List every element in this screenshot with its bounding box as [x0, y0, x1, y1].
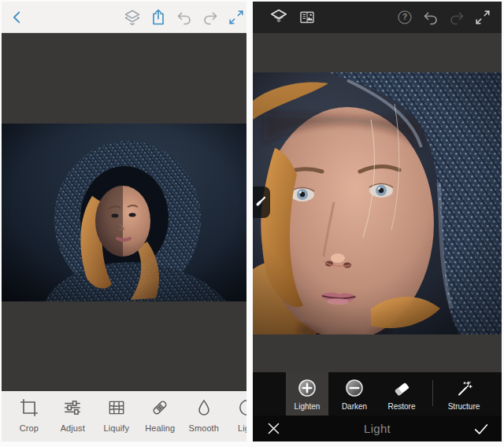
svg-text:?: ?	[402, 13, 407, 21]
share-button[interactable]	[149, 8, 168, 27]
layers-icon	[269, 7, 289, 28]
left-top-toolbar	[2, 2, 246, 33]
left-photo[interactable]	[2, 124, 246, 301]
fullscreen-button[interactable]	[227, 8, 246, 27]
tool-label: Smooth	[188, 423, 219, 433]
right-canvas[interactable]	[253, 33, 502, 372]
tool-label: Darken	[342, 402, 367, 411]
tool-label: Structure	[448, 402, 480, 411]
screenshot-collage: Crop Adjust Liquify Healing	[0, 0, 504, 447]
back-button[interactable]	[8, 8, 27, 27]
fullscreen-button[interactable]	[473, 8, 492, 27]
light-tool-tray: Lighten Darken Restore Structure	[253, 372, 502, 416]
adjust-sliders-icon	[62, 397, 83, 418]
tool-label: Liquify	[104, 423, 130, 433]
undo-button[interactable]	[175, 8, 194, 27]
tool-darken[interactable]: Darken	[333, 372, 376, 416]
right-top-toolbar: ?	[253, 2, 502, 33]
before-after-preview-icon	[298, 8, 317, 27]
left-canvas[interactable]	[2, 33, 246, 391]
tool-label: Crop	[20, 423, 39, 433]
darken-minus-circle-icon	[345, 378, 364, 398]
redo-button[interactable]	[447, 8, 466, 27]
layers-button[interactable]	[269, 7, 289, 28]
structure-wand-icon	[454, 378, 473, 398]
tool-label: Lighten	[295, 402, 321, 411]
tool-label: Healing	[145, 423, 175, 433]
lighten-plus-circle-icon	[298, 378, 317, 398]
redo-icon	[201, 8, 220, 27]
brush-settings-drawer[interactable]	[253, 187, 270, 218]
tool-structure[interactable]: Structure	[443, 372, 485, 416]
layers-icon	[123, 8, 142, 27]
tool-liquify[interactable]: Liquify	[94, 397, 139, 441]
undo-button[interactable]	[421, 8, 440, 27]
redo-button[interactable]	[201, 8, 220, 27]
light-halfcircle-icon	[237, 397, 246, 418]
tool-light[interactable]: Light	[226, 397, 247, 441]
undo-icon	[421, 8, 440, 27]
tool-crop[interactable]: Crop	[7, 397, 51, 441]
left-tool-tray: Crop Adjust Liquify Healing	[2, 391, 246, 441]
tool-healing[interactable]: Healing	[139, 397, 183, 441]
help-button[interactable]: ?	[395, 8, 414, 27]
tool-smooth[interactable]: Smooth	[182, 397, 226, 441]
right-photo[interactable]	[253, 72, 502, 334]
tool-label: Light	[238, 423, 246, 433]
share-icon	[149, 8, 168, 27]
before-after-preview-button[interactable]	[297, 7, 317, 28]
tool-lighten[interactable]: Lighten	[286, 372, 328, 416]
fullscreen-icon	[474, 9, 491, 26]
right-editor-screen: ?	[253, 2, 502, 441]
tool-label: Restore	[387, 402, 415, 411]
healing-bandage-icon	[150, 397, 170, 418]
tool-adjust[interactable]: Adjust	[51, 397, 95, 441]
back-chevron-icon	[9, 9, 26, 26]
tool-label: Adjust	[61, 423, 85, 433]
smooth-droplet-icon	[194, 397, 214, 418]
crop-icon	[19, 397, 39, 418]
liquify-grid-icon	[106, 397, 127, 418]
tool-restore[interactable]: Restore	[380, 372, 423, 416]
tool-tray-divider	[432, 380, 433, 406]
undo-icon	[175, 8, 194, 27]
help-icon: ?	[396, 9, 413, 26]
restore-eraser-icon	[392, 378, 411, 398]
left-editor-screen: Crop Adjust Liquify Healing	[2, 2, 246, 441]
layers-button[interactable]	[123, 8, 142, 27]
redo-icon	[447, 8, 466, 27]
light-mode-footer: Light	[253, 416, 502, 441]
brush-icon	[255, 194, 268, 210]
mode-title: Light	[253, 422, 502, 435]
fullscreen-icon	[228, 9, 245, 26]
